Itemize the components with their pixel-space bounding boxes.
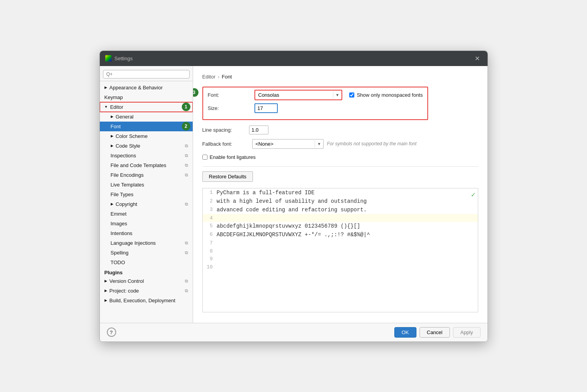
copy-icon: ⧉ xyxy=(185,143,188,148)
line-number: 6 xyxy=(203,230,217,239)
sidebar-item-code-style[interactable]: ▶ Code Style ⧉ xyxy=(100,141,193,151)
sidebar-item-label: File Types xyxy=(111,192,134,197)
fallback-font-row: Fallback font: <None> ▼ For symbols not … xyxy=(202,139,478,149)
copy-icon: ⧉ xyxy=(185,153,188,158)
dropdown-caret-icon: ▼ xyxy=(333,91,342,99)
apply-button[interactable]: Apply xyxy=(453,327,481,338)
line-content: abcdefghijklmnopqrstuvwxyz 0123456789 ()… xyxy=(217,222,361,230)
sidebar-item-label: Version Control xyxy=(110,278,144,284)
sidebar-item-label: Images xyxy=(111,221,127,226)
sidebar-item-build-execution[interactable]: ▶ Build, Execution, Deployment xyxy=(100,296,193,305)
restore-defaults-button[interactable]: Restore Defaults xyxy=(202,171,253,182)
preview-line-6: 6 ABCDEFGHIJKLMNOPQRSTUVWXYZ +-*/= .,;:!… xyxy=(203,230,478,239)
copy-icon: ⧉ xyxy=(185,279,188,284)
preview-line-8: 8 xyxy=(203,247,478,255)
sidebar-item-spelling[interactable]: Spelling ⧉ xyxy=(100,248,193,258)
sidebar-item-font[interactable]: Font 2 xyxy=(100,122,193,131)
preview-line-7: 7 xyxy=(203,239,478,247)
font-dropdown[interactable]: Consolas xyxy=(255,91,333,99)
line-spacing-row: Line spacing: xyxy=(202,125,478,134)
dropdown-caret-icon: ▼ xyxy=(315,140,324,148)
callout-2: 2 xyxy=(182,122,190,131)
line-content: PyCharm is a full-featured IDE xyxy=(217,188,315,197)
line-number: 1 xyxy=(203,188,217,197)
cancel-button[interactable]: Cancel xyxy=(420,327,450,338)
line-spacing-label: Line spacing: xyxy=(202,127,249,133)
chevron-right-icon: ▶ xyxy=(111,202,113,206)
sidebar-item-general[interactable]: ▶ General xyxy=(100,112,193,122)
fallback-dropdown[interactable]: <None> xyxy=(253,139,315,148)
help-button[interactable]: ? xyxy=(107,328,116,337)
chevron-right-icon: ▶ xyxy=(111,144,113,148)
chevron-right-icon: ▶ xyxy=(105,298,107,302)
sidebar-item-label: Spelling xyxy=(111,250,129,256)
callout-3: 3 xyxy=(193,88,199,97)
monospaced-label[interactable]: Show only monospaced fonts xyxy=(357,92,423,98)
size-row: Size: xyxy=(208,103,423,113)
search-input[interactable] xyxy=(103,70,190,78)
line-spacing-input[interactable] xyxy=(249,125,268,134)
title-bar: Settings ✕ xyxy=(100,51,488,66)
copy-icon: ⧉ xyxy=(185,163,188,168)
preview-line-2: 2 with a high level of usability and out… xyxy=(203,197,478,206)
breadcrumb: Editor › Font xyxy=(202,74,478,80)
sidebar-item-intentions[interactable]: Intentions xyxy=(100,228,193,238)
sidebar-item-color-scheme[interactable]: ▶ Color Scheme xyxy=(100,131,193,141)
app-icon xyxy=(105,55,111,61)
fallback-dropdown-container[interactable]: <None> ▼ xyxy=(252,139,324,149)
preview-line-10: 10 xyxy=(203,263,478,271)
sidebar-item-label: TODO xyxy=(111,260,125,265)
sidebar-item-copyright[interactable]: ▶ Copyright ⧉ xyxy=(100,199,193,209)
chevron-right-icon: ▶ xyxy=(105,289,107,293)
sidebar-item-keymap[interactable]: Keymap xyxy=(100,92,193,102)
sidebar-item-label: Font xyxy=(111,124,121,129)
line-number: 5 xyxy=(203,222,217,230)
preview-check-icon: ✓ xyxy=(471,190,476,200)
dialog-body: ▶ Appearance & Behavior Keymap ▼ Editor … xyxy=(100,66,488,323)
sidebar-item-editor[interactable]: ▼ Editor 1 xyxy=(100,102,193,112)
ok-button[interactable]: OK xyxy=(394,327,416,338)
sidebar-item-label: File Encodings xyxy=(111,172,144,178)
close-button[interactable]: ✕ xyxy=(472,54,482,63)
sidebar-item-appearance-behavior[interactable]: ▶ Appearance & Behavior xyxy=(100,83,193,92)
ligatures-label[interactable]: Enable font ligatures xyxy=(210,154,256,160)
font-dropdown-container[interactable]: Consolas ▼ xyxy=(254,90,343,100)
sidebar-item-label: Code Style xyxy=(116,143,141,149)
preview-line-1: 1 PyCharm is a full-featured IDE xyxy=(203,188,478,197)
size-input[interactable] xyxy=(254,103,278,113)
sidebar-item-file-code-templates[interactable]: File and Code Templates ⧉ xyxy=(100,160,193,170)
sidebar-item-inspections[interactable]: Inspections ⧉ xyxy=(100,151,193,160)
sidebar-item-todo[interactable]: TODO xyxy=(100,258,193,267)
breadcrumb-parent: Editor xyxy=(202,74,216,80)
sidebar-item-label: Language Injections xyxy=(111,240,156,246)
sidebar-item-label: Color Scheme xyxy=(116,133,148,139)
sidebar-item-label: Editor xyxy=(110,104,123,110)
preview-line-5: 5 abcdefghijklmnopqrstuvwxyz 0123456789 … xyxy=(203,222,478,230)
chevron-right-icon: ▶ xyxy=(105,279,107,283)
ligatures-checkbox[interactable] xyxy=(202,155,207,160)
sidebar-item-file-types[interactable]: File Types xyxy=(100,190,193,199)
monospaced-checkbox-row: Show only monospaced fonts xyxy=(349,92,423,98)
sidebar-item-version-control[interactable]: ▶ Version Control ⧉ xyxy=(100,276,193,286)
ligatures-row: Enable font ligatures xyxy=(202,154,478,160)
line-number: 10 xyxy=(203,263,217,271)
sidebar-item-file-encodings[interactable]: File Encodings ⧉ xyxy=(100,170,193,180)
copy-icon: ⧉ xyxy=(185,250,188,255)
chevron-down-icon: ▼ xyxy=(105,105,108,109)
sidebar-item-language-injections[interactable]: Language Injections ⧉ xyxy=(100,238,193,248)
font-preview: ✓ 1 PyCharm is a full-featured IDE 2 wit… xyxy=(202,188,478,312)
chevron-right-icon: ▶ xyxy=(105,85,107,89)
sidebar-item-live-templates[interactable]: Live Templates xyxy=(100,180,193,190)
font-row: Font: Consolas ▼ Show only monospaced fo… xyxy=(208,90,423,100)
search-box xyxy=(100,68,193,81)
line-number: 7 xyxy=(203,239,217,247)
sidebar-item-project-code[interactable]: ▶ Project: code ⧉ xyxy=(100,286,193,296)
chevron-right-icon: ▶ xyxy=(111,115,113,118)
sidebar-item-label: Emmet xyxy=(111,211,127,217)
sidebar-item-emmet[interactable]: Emmet xyxy=(100,209,193,219)
monospaced-checkbox[interactable] xyxy=(349,92,354,98)
fallback-hint: For symbols not supported by the main fo… xyxy=(327,141,416,146)
dialog-footer: ? OK Cancel Apply xyxy=(100,323,488,341)
sidebar-item-images[interactable]: Images xyxy=(100,219,193,228)
callout-1: 1 xyxy=(182,103,190,111)
